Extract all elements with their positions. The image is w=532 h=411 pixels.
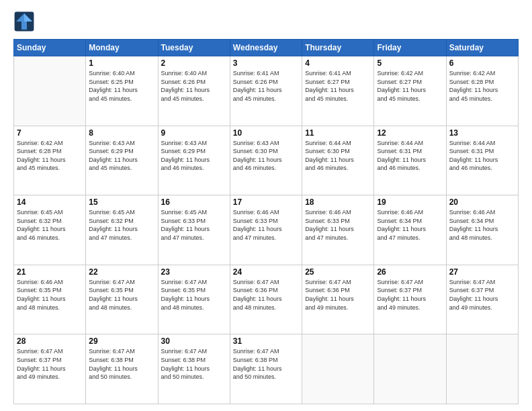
week-row-1: 1Sunrise: 6:40 AMSunset: 6:25 PMDaylight… bbox=[14, 56, 519, 126]
day-number: 1 bbox=[89, 58, 154, 68]
day-number: 22 bbox=[89, 267, 154, 277]
day-info: Sunrise: 6:46 AMSunset: 6:34 PMDaylight:… bbox=[377, 208, 443, 242]
day-number: 25 bbox=[305, 267, 371, 277]
calendar-cell: 21Sunrise: 6:46 AMSunset: 6:35 PMDayligh… bbox=[14, 265, 86, 334]
day-info: Sunrise: 6:41 AMSunset: 6:26 PMDaylight:… bbox=[233, 69, 299, 103]
day-number: 13 bbox=[449, 128, 515, 138]
day-info: Sunrise: 6:46 AMSunset: 6:35 PMDaylight:… bbox=[17, 278, 83, 312]
page: SundayMondayTuesdayWednesdayThursdayFrid… bbox=[0, 0, 532, 411]
calendar-cell bbox=[302, 334, 374, 404]
day-info: Sunrise: 6:43 AMSunset: 6:29 PMDaylight:… bbox=[161, 139, 227, 173]
day-number: 21 bbox=[17, 267, 83, 277]
day-header-monday: Monday bbox=[86, 40, 158, 56]
calendar-cell: 28Sunrise: 6:47 AMSunset: 6:37 PMDayligh… bbox=[14, 334, 86, 404]
day-number: 30 bbox=[161, 336, 227, 346]
day-header-saturday: Saturday bbox=[446, 40, 518, 56]
calendar-cell: 17Sunrise: 6:46 AMSunset: 6:33 PMDayligh… bbox=[230, 195, 302, 265]
calendar-cell: 9Sunrise: 6:43 AMSunset: 6:29 PMDaylight… bbox=[158, 126, 230, 195]
day-number: 9 bbox=[161, 128, 227, 138]
generalblue-logo-icon bbox=[13, 11, 35, 32]
calendar-cell: 23Sunrise: 6:47 AMSunset: 6:35 PMDayligh… bbox=[158, 265, 230, 334]
day-info: Sunrise: 6:46 AMSunset: 6:33 PMDaylight:… bbox=[233, 208, 299, 242]
day-number: 26 bbox=[377, 267, 443, 277]
calendar-cell: 8Sunrise: 6:43 AMSunset: 6:29 PMDaylight… bbox=[86, 126, 158, 195]
day-info: Sunrise: 6:47 AMSunset: 6:37 PMDaylight:… bbox=[17, 347, 83, 381]
day-info: Sunrise: 6:45 AMSunset: 6:32 PMDaylight:… bbox=[17, 208, 83, 242]
week-row-2: 7Sunrise: 6:42 AMSunset: 6:28 PMDaylight… bbox=[14, 126, 519, 195]
day-number: 6 bbox=[449, 58, 515, 68]
day-number: 7 bbox=[17, 128, 83, 138]
logo bbox=[13, 11, 38, 32]
calendar-cell: 11Sunrise: 6:44 AMSunset: 6:30 PMDayligh… bbox=[302, 126, 374, 195]
day-info: Sunrise: 6:40 AMSunset: 6:26 PMDaylight:… bbox=[161, 69, 227, 103]
day-info: Sunrise: 6:45 AMSunset: 6:33 PMDaylight:… bbox=[161, 208, 227, 242]
calendar-cell bbox=[14, 56, 86, 126]
day-info: Sunrise: 6:47 AMSunset: 6:35 PMDaylight:… bbox=[89, 278, 154, 312]
day-number: 10 bbox=[233, 128, 299, 138]
day-info: Sunrise: 6:42 AMSunset: 6:28 PMDaylight:… bbox=[449, 69, 515, 103]
day-info: Sunrise: 6:46 AMSunset: 6:33 PMDaylight:… bbox=[305, 208, 371, 242]
calendar-cell: 4Sunrise: 6:41 AMSunset: 6:27 PMDaylight… bbox=[302, 56, 374, 126]
day-number: 5 bbox=[377, 58, 443, 68]
calendar-cell bbox=[374, 334, 446, 404]
day-info: Sunrise: 6:47 AMSunset: 6:37 PMDaylight:… bbox=[377, 278, 443, 312]
calendar-cell: 5Sunrise: 6:42 AMSunset: 6:27 PMDaylight… bbox=[374, 56, 446, 126]
day-number: 17 bbox=[233, 197, 299, 207]
day-number: 11 bbox=[305, 128, 371, 138]
day-info: Sunrise: 6:42 AMSunset: 6:27 PMDaylight:… bbox=[377, 69, 443, 103]
calendar-cell: 25Sunrise: 6:47 AMSunset: 6:36 PMDayligh… bbox=[302, 265, 374, 334]
day-info: Sunrise: 6:44 AMSunset: 6:30 PMDaylight:… bbox=[305, 139, 371, 173]
day-number: 15 bbox=[89, 197, 154, 207]
calendar-cell: 7Sunrise: 6:42 AMSunset: 6:28 PMDaylight… bbox=[14, 126, 86, 195]
calendar-cell: 20Sunrise: 6:46 AMSunset: 6:34 PMDayligh… bbox=[446, 195, 518, 265]
day-info: Sunrise: 6:45 AMSunset: 6:32 PMDaylight:… bbox=[89, 208, 154, 242]
day-number: 16 bbox=[161, 197, 227, 207]
day-info: Sunrise: 6:47 AMSunset: 6:38 PMDaylight:… bbox=[89, 347, 154, 381]
day-info: Sunrise: 6:46 AMSunset: 6:34 PMDaylight:… bbox=[449, 208, 515, 242]
day-number: 2 bbox=[161, 58, 227, 68]
day-info: Sunrise: 6:47 AMSunset: 6:36 PMDaylight:… bbox=[305, 278, 371, 312]
calendar-cell: 3Sunrise: 6:41 AMSunset: 6:26 PMDaylight… bbox=[230, 56, 302, 126]
calendar-cell: 18Sunrise: 6:46 AMSunset: 6:33 PMDayligh… bbox=[302, 195, 374, 265]
day-header-tuesday: Tuesday bbox=[158, 40, 230, 56]
day-number: 28 bbox=[17, 336, 83, 346]
day-info: Sunrise: 6:44 AMSunset: 6:31 PMDaylight:… bbox=[377, 139, 443, 173]
calendar-cell: 31Sunrise: 6:47 AMSunset: 6:38 PMDayligh… bbox=[230, 334, 302, 404]
day-number: 29 bbox=[89, 336, 154, 346]
day-header-friday: Friday bbox=[374, 40, 446, 56]
day-header-sunday: Sunday bbox=[14, 40, 86, 56]
week-row-4: 21Sunrise: 6:46 AMSunset: 6:35 PMDayligh… bbox=[14, 265, 519, 334]
day-number: 12 bbox=[377, 128, 443, 138]
day-number: 27 bbox=[449, 267, 515, 277]
week-row-3: 14Sunrise: 6:45 AMSunset: 6:32 PMDayligh… bbox=[14, 195, 519, 265]
calendar-cell: 16Sunrise: 6:45 AMSunset: 6:33 PMDayligh… bbox=[158, 195, 230, 265]
day-header-wednesday: Wednesday bbox=[230, 40, 302, 56]
day-info: Sunrise: 6:43 AMSunset: 6:29 PMDaylight:… bbox=[89, 139, 154, 173]
calendar-cell: 15Sunrise: 6:45 AMSunset: 6:32 PMDayligh… bbox=[86, 195, 158, 265]
day-number: 23 bbox=[161, 267, 227, 277]
day-number: 31 bbox=[233, 336, 299, 346]
calendar-cell: 12Sunrise: 6:44 AMSunset: 6:31 PMDayligh… bbox=[374, 126, 446, 195]
calendar-cell: 29Sunrise: 6:47 AMSunset: 6:38 PMDayligh… bbox=[86, 334, 158, 404]
day-number: 4 bbox=[305, 58, 371, 68]
calendar-cell: 27Sunrise: 6:47 AMSunset: 6:37 PMDayligh… bbox=[446, 265, 518, 334]
week-row-5: 28Sunrise: 6:47 AMSunset: 6:37 PMDayligh… bbox=[14, 334, 519, 404]
calendar-cell: 10Sunrise: 6:43 AMSunset: 6:30 PMDayligh… bbox=[230, 126, 302, 195]
day-number: 24 bbox=[233, 267, 299, 277]
header bbox=[13, 11, 519, 32]
calendar-cell: 30Sunrise: 6:47 AMSunset: 6:38 PMDayligh… bbox=[158, 334, 230, 404]
calendar-cell: 19Sunrise: 6:46 AMSunset: 6:34 PMDayligh… bbox=[374, 195, 446, 265]
day-number: 8 bbox=[89, 128, 154, 138]
calendar-cell: 22Sunrise: 6:47 AMSunset: 6:35 PMDayligh… bbox=[86, 265, 158, 334]
day-info: Sunrise: 6:47 AMSunset: 6:35 PMDaylight:… bbox=[161, 278, 227, 312]
calendar-cell: 24Sunrise: 6:47 AMSunset: 6:36 PMDayligh… bbox=[230, 265, 302, 334]
day-info: Sunrise: 6:42 AMSunset: 6:28 PMDaylight:… bbox=[17, 139, 83, 173]
calendar-cell: 1Sunrise: 6:40 AMSunset: 6:25 PMDaylight… bbox=[86, 56, 158, 126]
day-number: 20 bbox=[449, 197, 515, 207]
day-info: Sunrise: 6:44 AMSunset: 6:31 PMDaylight:… bbox=[449, 139, 515, 173]
day-info: Sunrise: 6:47 AMSunset: 6:36 PMDaylight:… bbox=[233, 278, 299, 312]
calendar-table: SundayMondayTuesdayWednesdayThursdayFrid… bbox=[13, 39, 519, 404]
day-info: Sunrise: 6:47 AMSunset: 6:38 PMDaylight:… bbox=[233, 347, 299, 381]
calendar-cell: 2Sunrise: 6:40 AMSunset: 6:26 PMDaylight… bbox=[158, 56, 230, 126]
calendar-cell: 6Sunrise: 6:42 AMSunset: 6:28 PMDaylight… bbox=[446, 56, 518, 126]
